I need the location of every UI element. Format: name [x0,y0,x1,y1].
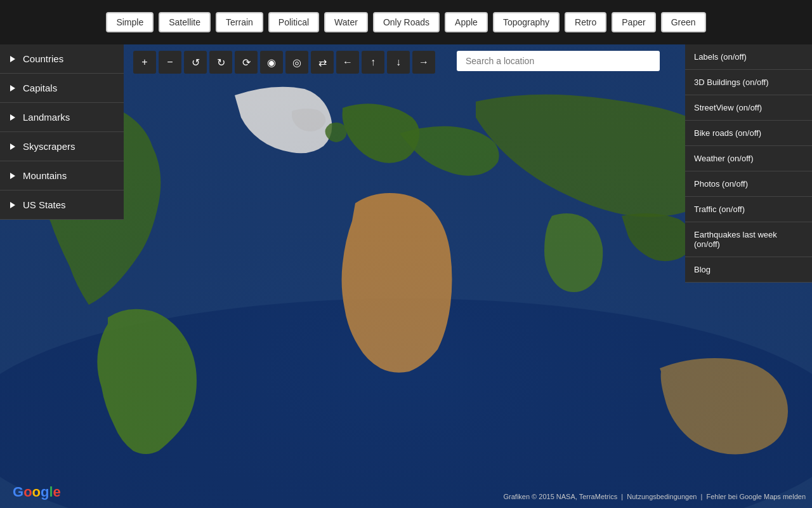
right-sidebar: Labels (on/off)3D Buildings (on/off)Stre… [685,44,812,283]
sidebar-item-label: Skyscrapers [23,141,75,152]
style-btn-water[interactable]: Water [324,12,368,32]
undo-button[interactable]: ↺ [184,51,207,74]
reset-button[interactable]: ⟳ [235,51,258,74]
sidebar-item-us-states[interactable]: US States [0,190,124,220]
marker-button[interactable]: ◉ [260,51,283,74]
style-btn-terrain[interactable]: Terrain [216,12,263,32]
zoom-in-button[interactable]: + [133,51,156,74]
report-link[interactable]: Fehler bei Google Maps melden [706,493,806,500]
right-item-weather[interactable]: Weather (on/off) [685,146,812,171]
style-btn-green[interactable]: Green [661,12,706,32]
right-item-labels[interactable]: Labels (on/off) [685,44,812,70]
chevron-right-icon [10,173,15,179]
sidebar-item-skyscrapers[interactable]: Skyscrapers [0,132,124,161]
style-btn-political[interactable]: Political [268,12,319,32]
sidebar-item-countries[interactable]: Countries [0,44,124,74]
sidebar-item-mountains[interactable]: Mountains [0,161,124,190]
zoom-out-button[interactable]: − [159,51,181,74]
right-item-streetview[interactable]: StreetView (on/off) [685,95,812,121]
right-item-earthquakes[interactable]: Earthquakes last week (on/off) [685,222,812,257]
pan-left-button[interactable]: ← [336,51,359,74]
right-item-traffic[interactable]: Traffic (on/off) [685,197,812,222]
attribution: Grafiken © 2015 NASA, TerraMetrics | Nut… [503,493,806,500]
style-btn-paper[interactable]: Paper [612,12,655,32]
map-toolbar: +−↺↻⟳◉◎⇄←↑↓→ [133,51,435,74]
top-bar: SimpleSatelliteTerrainPoliticalWaterOnly… [0,0,812,44]
redo-button[interactable]: ↻ [209,51,232,74]
sidebar-item-label: Capitals [23,83,57,93]
terms-link[interactable]: Nutzungsbedingungen [627,493,697,500]
style-btn-topography[interactable]: Topography [493,12,560,32]
chevron-right-icon [10,202,15,208]
sidebar-item-landmarks[interactable]: Landmarks [0,103,124,132]
left-sidebar: CountriesCapitalsLandmarksSkyscrapersMou… [0,44,124,220]
style-btn-simple[interactable]: Simple [106,12,154,32]
sidebar-item-label: US States [23,199,66,210]
google-logo: Google [13,484,61,500]
pan-right-button[interactable]: → [412,51,435,74]
chevron-right-icon [10,85,15,91]
style-btn-apple[interactable]: Apple [445,12,488,32]
right-item-3d-buildings[interactable]: 3D Buildings (on/off) [685,70,812,95]
search-input[interactable] [457,51,660,71]
map-area: CountriesCapitalsLandmarksSkyscrapersMou… [0,44,812,508]
style-btn-retro[interactable]: Retro [565,12,606,32]
chevron-right-icon [10,144,15,150]
right-item-photos[interactable]: Photos (on/off) [685,171,812,197]
chevron-right-icon [10,114,15,121]
sidebar-item-label: Mountains [23,170,67,181]
style-btn-satellite[interactable]: Satellite [159,12,211,32]
chevron-right-icon [10,56,15,62]
pan-up-button[interactable]: ↑ [362,51,384,74]
locate-button[interactable]: ◎ [285,51,308,74]
sidebar-item-label: Countries [23,53,63,64]
sidebar-item-capitals[interactable]: Capitals [0,74,124,103]
right-item-blog[interactable]: Blog [685,257,812,283]
right-item-bike-roads[interactable]: Bike roads (on/off) [685,121,812,146]
pan-down-button[interactable]: ↓ [387,51,410,74]
search-bar [457,51,660,71]
sidebar-item-label: Landmarks [23,112,70,123]
shuffle-button[interactable]: ⇄ [311,51,334,74]
style-btn-only-roads[interactable]: Only Roads [373,12,440,32]
attribution-text: Grafiken © 2015 NASA, TerraMetrics [503,493,617,500]
